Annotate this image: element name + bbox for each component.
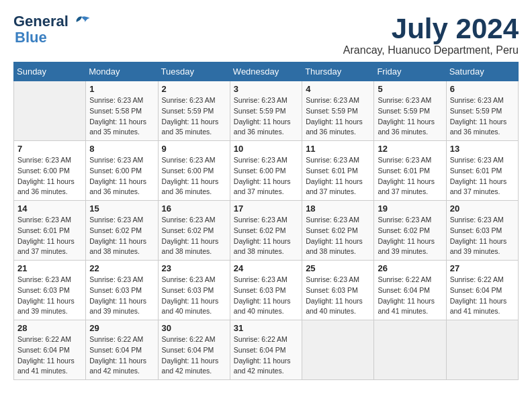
- day-info: Sunrise: 6:22 AMSunset: 6:04 PMDaylight:…: [89, 334, 154, 377]
- calendar-cell: 9Sunrise: 6:23 AMSunset: 6:00 PMDaylight…: [158, 141, 230, 201]
- day-number: 21: [17, 263, 82, 273]
- day-number: 12: [378, 144, 442, 154]
- day-info: Sunrise: 6:22 AMSunset: 6:04 PMDaylight:…: [162, 334, 226, 377]
- day-info: Sunrise: 6:22 AMSunset: 6:04 PMDaylight:…: [17, 334, 82, 377]
- day-number: 8: [89, 144, 154, 154]
- day-number: 26: [378, 263, 442, 273]
- calendar-cell: 15Sunrise: 6:23 AMSunset: 6:02 PMDayligh…: [86, 201, 158, 261]
- calendar-cell: 28Sunrise: 6:22 AMSunset: 6:04 PMDayligh…: [14, 320, 86, 380]
- day-info: Sunrise: 6:23 AMSunset: 6:03 PMDaylight:…: [234, 275, 298, 317]
- calendar-cell: 10Sunrise: 6:23 AMSunset: 6:00 PMDayligh…: [230, 141, 302, 201]
- day-number: 20: [450, 203, 515, 214]
- day-header-thursday: Thursday: [302, 62, 374, 81]
- month-title: July 2024: [343, 13, 519, 44]
- day-info: Sunrise: 6:23 AMSunset: 5:59 PMDaylight:…: [234, 95, 298, 138]
- calendar-cell: 16Sunrise: 6:23 AMSunset: 6:02 PMDayligh…: [158, 201, 230, 261]
- calendar-cell: 12Sunrise: 6:23 AMSunset: 6:01 PMDayligh…: [374, 141, 446, 201]
- day-info: Sunrise: 6:23 AMSunset: 6:03 PMDaylight:…: [306, 275, 370, 317]
- day-number: 22: [89, 263, 154, 273]
- day-info: Sunrise: 6:23 AMSunset: 6:02 PMDaylight:…: [378, 215, 442, 257]
- day-info: Sunrise: 6:23 AMSunset: 5:59 PMDaylight:…: [378, 95, 442, 138]
- day-info: Sunrise: 6:23 AMSunset: 5:59 PMDaylight:…: [306, 95, 370, 138]
- day-info: Sunrise: 6:23 AMSunset: 6:03 PMDaylight:…: [162, 275, 226, 317]
- day-number: 9: [162, 144, 226, 154]
- day-number: 7: [17, 144, 82, 154]
- calendar-cell: 11Sunrise: 6:23 AMSunset: 6:01 PMDayligh…: [302, 141, 374, 201]
- day-header-sunday: Sunday: [14, 62, 86, 81]
- day-number: 30: [162, 323, 226, 333]
- calendar-cell: [446, 320, 518, 380]
- calendar-cell: 6Sunrise: 6:23 AMSunset: 5:59 PMDaylight…: [446, 81, 518, 141]
- day-info: Sunrise: 6:23 AMSunset: 5:58 PMDaylight:…: [89, 95, 154, 138]
- calendar-cell: 7Sunrise: 6:23 AMSunset: 6:00 PMDaylight…: [14, 141, 86, 201]
- day-header-tuesday: Tuesday: [158, 62, 230, 81]
- day-info: Sunrise: 6:23 AMSunset: 6:00 PMDaylight:…: [234, 155, 298, 197]
- calendar-cell: 21Sunrise: 6:23 AMSunset: 6:03 PMDayligh…: [14, 261, 86, 320]
- day-header-wednesday: Wednesday: [230, 62, 302, 81]
- day-info: Sunrise: 6:23 AMSunset: 6:00 PMDaylight:…: [17, 155, 82, 197]
- location-title: Arancay, Huanuco Department, Peru: [343, 44, 519, 56]
- day-number: 5: [378, 84, 442, 94]
- calendar-cell: 25Sunrise: 6:23 AMSunset: 6:03 PMDayligh…: [302, 261, 374, 320]
- calendar-cell: 2Sunrise: 6:23 AMSunset: 5:59 PMDaylight…: [158, 81, 230, 141]
- calendar-cell: 13Sunrise: 6:23 AMSunset: 6:01 PMDayligh…: [446, 141, 518, 201]
- title-area: July 2024 Arancay, Huanuco Department, P…: [343, 13, 519, 56]
- day-number: 11: [306, 144, 370, 154]
- calendar-cell: 17Sunrise: 6:23 AMSunset: 6:02 PMDayligh…: [230, 201, 302, 261]
- calendar-cell: [14, 81, 86, 141]
- day-number: 2: [162, 84, 226, 94]
- day-info: Sunrise: 6:23 AMSunset: 6:02 PMDaylight:…: [162, 215, 226, 257]
- logo-general: General: [13, 13, 91, 30]
- calendar-cell: 5Sunrise: 6:23 AMSunset: 5:59 PMDaylight…: [374, 81, 446, 141]
- day-number: 13: [450, 144, 515, 154]
- day-info: Sunrise: 6:23 AMSunset: 6:03 PMDaylight:…: [17, 275, 82, 317]
- day-info: Sunrise: 6:22 AMSunset: 6:04 PMDaylight:…: [234, 334, 298, 377]
- day-number: 18: [306, 203, 370, 214]
- calendar-cell: 3Sunrise: 6:23 AMSunset: 5:59 PMDaylight…: [230, 81, 302, 141]
- day-header-saturday: Saturday: [446, 62, 518, 81]
- day-number: 29: [89, 323, 154, 333]
- day-number: 28: [17, 323, 82, 333]
- calendar-cell: 29Sunrise: 6:22 AMSunset: 6:04 PMDayligh…: [86, 320, 158, 380]
- day-number: 24: [234, 263, 298, 273]
- day-number: 17: [234, 203, 298, 214]
- day-number: 3: [234, 84, 298, 94]
- day-info: Sunrise: 6:23 AMSunset: 6:01 PMDaylight:…: [17, 215, 82, 257]
- logo-blue: Blue: [15, 30, 91, 46]
- day-info: Sunrise: 6:23 AMSunset: 6:02 PMDaylight:…: [89, 215, 154, 257]
- calendar-cell: 4Sunrise: 6:23 AMSunset: 5:59 PMDaylight…: [302, 81, 374, 141]
- logo: General Blue: [13, 13, 91, 46]
- day-number: 23: [162, 263, 226, 273]
- calendar-cell: 1Sunrise: 6:23 AMSunset: 5:58 PMDaylight…: [86, 81, 158, 141]
- day-info: Sunrise: 6:23 AMSunset: 6:03 PMDaylight:…: [89, 275, 154, 317]
- day-number: 15: [89, 203, 154, 214]
- calendar-cell: [302, 320, 374, 380]
- day-number: 31: [234, 323, 298, 333]
- day-number: 14: [17, 203, 82, 214]
- calendar-cell: 26Sunrise: 6:22 AMSunset: 6:04 PMDayligh…: [374, 261, 446, 320]
- calendar-cell: 27Sunrise: 6:22 AMSunset: 6:04 PMDayligh…: [446, 261, 518, 320]
- calendar-cell: 14Sunrise: 6:23 AMSunset: 6:01 PMDayligh…: [14, 201, 86, 261]
- day-number: 6: [450, 84, 515, 94]
- day-info: Sunrise: 6:23 AMSunset: 5:59 PMDaylight:…: [450, 95, 515, 138]
- calendar-table: SundayMondayTuesdayWednesdayThursdayFrid…: [13, 62, 519, 380]
- day-info: Sunrise: 6:23 AMSunset: 6:01 PMDaylight:…: [306, 155, 370, 197]
- day-number: 27: [450, 263, 515, 273]
- calendar-cell: [374, 320, 446, 380]
- calendar-cell: 19Sunrise: 6:23 AMSunset: 6:02 PMDayligh…: [374, 201, 446, 261]
- calendar-cell: 24Sunrise: 6:23 AMSunset: 6:03 PMDayligh…: [230, 261, 302, 320]
- day-header-friday: Friday: [374, 62, 446, 81]
- day-number: 19: [378, 203, 442, 214]
- day-info: Sunrise: 6:23 AMSunset: 6:02 PMDaylight:…: [234, 215, 298, 257]
- calendar-cell: 30Sunrise: 6:22 AMSunset: 6:04 PMDayligh…: [158, 320, 230, 380]
- day-number: 10: [234, 144, 298, 154]
- calendar-cell: 20Sunrise: 6:23 AMSunset: 6:03 PMDayligh…: [446, 201, 518, 261]
- day-info: Sunrise: 6:23 AMSunset: 6:00 PMDaylight:…: [89, 155, 154, 197]
- calendar-cell: 23Sunrise: 6:23 AMSunset: 6:03 PMDayligh…: [158, 261, 230, 320]
- day-info: Sunrise: 6:23 AMSunset: 6:02 PMDaylight:…: [306, 215, 370, 257]
- calendar-cell: 18Sunrise: 6:23 AMSunset: 6:02 PMDayligh…: [302, 201, 374, 261]
- day-info: Sunrise: 6:23 AMSunset: 5:59 PMDaylight:…: [162, 95, 226, 138]
- header: General Blue July 2024 Arancay, Huanuco …: [13, 13, 519, 56]
- day-info: Sunrise: 6:23 AMSunset: 6:01 PMDaylight:…: [450, 155, 515, 197]
- day-info: Sunrise: 6:23 AMSunset: 6:01 PMDaylight:…: [378, 155, 442, 197]
